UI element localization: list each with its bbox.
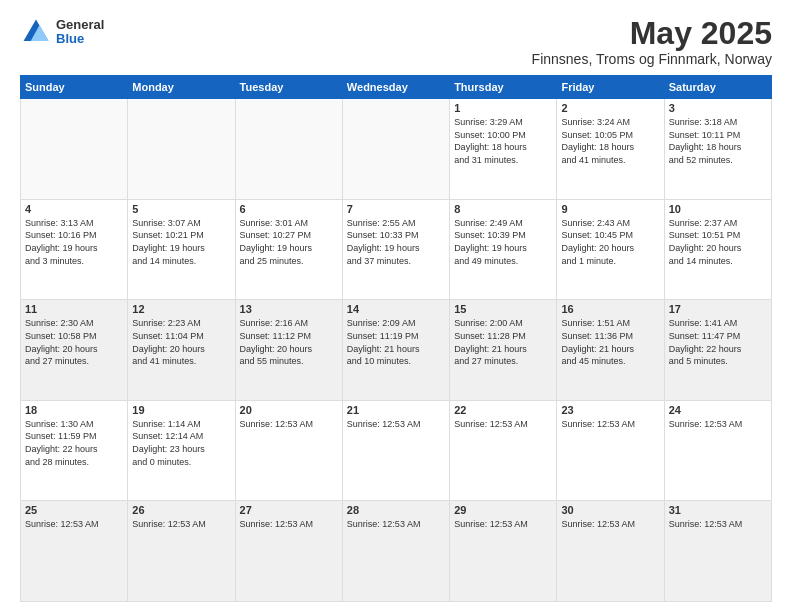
calendar-day-cell: 22Sunrise: 12:53 AM (450, 400, 557, 501)
day-number: 2 (561, 102, 659, 114)
weekday-header: Monday (128, 76, 235, 99)
calendar-week-row: 4Sunrise: 3:13 AM Sunset: 10:16 PM Dayli… (21, 199, 772, 300)
page-title: May 2025 (532, 16, 772, 51)
calendar-day-cell: 20Sunrise: 12:53 AM (235, 400, 342, 501)
day-info: Sunrise: 12:53 AM (240, 518, 338, 531)
calendar-day-cell: 29Sunrise: 12:53 AM (450, 501, 557, 602)
day-number: 26 (132, 504, 230, 516)
day-number: 31 (669, 504, 767, 516)
calendar-day-cell: 21Sunrise: 12:53 AM (342, 400, 449, 501)
calendar-day-cell: 11Sunrise: 2:30 AM Sunset: 10:58 PM Dayl… (21, 300, 128, 401)
day-info: Sunrise: 12:53 AM (669, 518, 767, 531)
calendar-day-cell (128, 99, 235, 200)
day-info: Sunrise: 3:18 AM Sunset: 10:11 PM Daylig… (669, 116, 767, 166)
day-info: Sunrise: 12:53 AM (454, 418, 552, 431)
calendar-day-cell: 14Sunrise: 2:09 AM Sunset: 11:19 PM Dayl… (342, 300, 449, 401)
day-number: 13 (240, 303, 338, 315)
calendar-day-cell: 16Sunrise: 1:51 AM Sunset: 11:36 PM Dayl… (557, 300, 664, 401)
calendar-day-cell: 27Sunrise: 12:53 AM (235, 501, 342, 602)
day-info: Sunrise: 2:43 AM Sunset: 10:45 PM Daylig… (561, 217, 659, 267)
calendar-day-cell: 3Sunrise: 3:18 AM Sunset: 10:11 PM Dayli… (664, 99, 771, 200)
calendar-day-cell: 8Sunrise: 2:49 AM Sunset: 10:39 PM Dayli… (450, 199, 557, 300)
calendar-day-cell: 24Sunrise: 12:53 AM (664, 400, 771, 501)
day-number: 14 (347, 303, 445, 315)
day-info: Sunrise: 12:53 AM (669, 418, 767, 431)
logo: General Blue (20, 16, 104, 48)
calendar-header-row: SundayMondayTuesdayWednesdayThursdayFrid… (21, 76, 772, 99)
header: General Blue May 2025 Finnsnes, Troms og… (20, 16, 772, 67)
calendar-day-cell (21, 99, 128, 200)
calendar-day-cell: 31Sunrise: 12:53 AM (664, 501, 771, 602)
day-number: 10 (669, 203, 767, 215)
day-info: Sunrise: 12:53 AM (132, 518, 230, 531)
day-info: Sunrise: 12:53 AM (347, 418, 445, 431)
day-number: 9 (561, 203, 659, 215)
logo-text: General Blue (56, 18, 104, 47)
day-number: 6 (240, 203, 338, 215)
calendar-day-cell: 1Sunrise: 3:29 AM Sunset: 10:00 PM Dayli… (450, 99, 557, 200)
calendar-week-row: 18Sunrise: 1:30 AM Sunset: 11:59 PM Dayl… (21, 400, 772, 501)
calendar-day-cell: 12Sunrise: 2:23 AM Sunset: 11:04 PM Dayl… (128, 300, 235, 401)
day-info: Sunrise: 2:49 AM Sunset: 10:39 PM Daylig… (454, 217, 552, 267)
day-number: 8 (454, 203, 552, 215)
day-number: 12 (132, 303, 230, 315)
day-number: 21 (347, 404, 445, 416)
day-info: Sunrise: 2:55 AM Sunset: 10:33 PM Daylig… (347, 217, 445, 267)
day-number: 1 (454, 102, 552, 114)
logo-general: General (56, 18, 104, 32)
weekday-header: Wednesday (342, 76, 449, 99)
day-info: Sunrise: 3:13 AM Sunset: 10:16 PM Daylig… (25, 217, 123, 267)
calendar-table: SundayMondayTuesdayWednesdayThursdayFrid… (20, 75, 772, 602)
calendar-day-cell (235, 99, 342, 200)
calendar-day-cell: 2Sunrise: 3:24 AM Sunset: 10:05 PM Dayli… (557, 99, 664, 200)
day-info: Sunrise: 2:09 AM Sunset: 11:19 PM Daylig… (347, 317, 445, 367)
day-number: 24 (669, 404, 767, 416)
day-info: Sunrise: 12:53 AM (25, 518, 123, 531)
calendar-day-cell: 19Sunrise: 1:14 AM Sunset: 12:14 AM Dayl… (128, 400, 235, 501)
day-info: Sunrise: 12:53 AM (347, 518, 445, 531)
day-info: Sunrise: 1:30 AM Sunset: 11:59 PM Daylig… (25, 418, 123, 468)
calendar-day-cell: 9Sunrise: 2:43 AM Sunset: 10:45 PM Dayli… (557, 199, 664, 300)
day-number: 3 (669, 102, 767, 114)
day-number: 30 (561, 504, 659, 516)
day-info: Sunrise: 3:29 AM Sunset: 10:00 PM Daylig… (454, 116, 552, 166)
day-info: Sunrise: 1:41 AM Sunset: 11:47 PM Daylig… (669, 317, 767, 367)
calendar-day-cell: 17Sunrise: 1:41 AM Sunset: 11:47 PM Dayl… (664, 300, 771, 401)
day-number: 23 (561, 404, 659, 416)
day-number: 4 (25, 203, 123, 215)
calendar-day-cell: 26Sunrise: 12:53 AM (128, 501, 235, 602)
day-info: Sunrise: 12:53 AM (240, 418, 338, 431)
calendar-day-cell: 28Sunrise: 12:53 AM (342, 501, 449, 602)
calendar-week-row: 11Sunrise: 2:30 AM Sunset: 10:58 PM Dayl… (21, 300, 772, 401)
day-number: 18 (25, 404, 123, 416)
page-subtitle: Finnsnes, Troms og Finnmark, Norway (532, 51, 772, 67)
day-number: 15 (454, 303, 552, 315)
day-number: 19 (132, 404, 230, 416)
calendar-week-row: 25Sunrise: 12:53 AM26Sunrise: 12:53 AM27… (21, 501, 772, 602)
calendar-day-cell: 30Sunrise: 12:53 AM (557, 501, 664, 602)
calendar-day-cell: 25Sunrise: 12:53 AM (21, 501, 128, 602)
weekday-header: Sunday (21, 76, 128, 99)
day-info: Sunrise: 2:00 AM Sunset: 11:28 PM Daylig… (454, 317, 552, 367)
calendar-day-cell (342, 99, 449, 200)
day-number: 27 (240, 504, 338, 516)
day-number: 11 (25, 303, 123, 315)
day-info: Sunrise: 12:53 AM (561, 518, 659, 531)
calendar-week-row: 1Sunrise: 3:29 AM Sunset: 10:00 PM Dayli… (21, 99, 772, 200)
day-info: Sunrise: 2:23 AM Sunset: 11:04 PM Daylig… (132, 317, 230, 367)
day-number: 25 (25, 504, 123, 516)
day-info: Sunrise: 3:24 AM Sunset: 10:05 PM Daylig… (561, 116, 659, 166)
day-info: Sunrise: 12:53 AM (561, 418, 659, 431)
logo-blue: Blue (56, 32, 104, 46)
weekday-header: Tuesday (235, 76, 342, 99)
calendar-day-cell: 18Sunrise: 1:30 AM Sunset: 11:59 PM Dayl… (21, 400, 128, 501)
day-info: Sunrise: 3:07 AM Sunset: 10:21 PM Daylig… (132, 217, 230, 267)
calendar-day-cell: 5Sunrise: 3:07 AM Sunset: 10:21 PM Dayli… (128, 199, 235, 300)
weekday-header: Thursday (450, 76, 557, 99)
day-number: 16 (561, 303, 659, 315)
calendar-day-cell: 10Sunrise: 2:37 AM Sunset: 10:51 PM Dayl… (664, 199, 771, 300)
calendar-day-cell: 15Sunrise: 2:00 AM Sunset: 11:28 PM Dayl… (450, 300, 557, 401)
day-number: 28 (347, 504, 445, 516)
day-info: Sunrise: 1:51 AM Sunset: 11:36 PM Daylig… (561, 317, 659, 367)
calendar-day-cell: 23Sunrise: 12:53 AM (557, 400, 664, 501)
